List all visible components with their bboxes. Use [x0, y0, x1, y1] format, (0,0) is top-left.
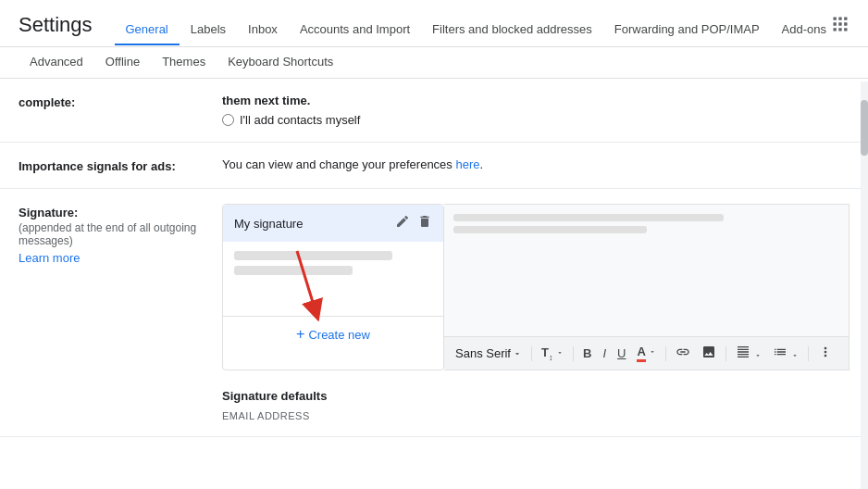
preview-line-2: [234, 266, 353, 275]
font-dropdown-icon: [513, 349, 522, 358]
more-button[interactable]: [814, 343, 837, 364]
italic-button[interactable]: I: [599, 345, 610, 362]
signature-preview: [223, 242, 443, 316]
tab-general[interactable]: General: [115, 15, 180, 45]
create-new-label: Create new: [308, 328, 369, 342]
page-title: Settings: [19, 13, 93, 46]
editor-toolbar: Sans Serif T↕ B I U: [444, 336, 849, 370]
importance-link[interactable]: here: [455, 157, 479, 171]
separator-5: [808, 346, 809, 361]
editor-content[interactable]: [444, 205, 849, 325]
add-contacts-radio[interactable]: [222, 114, 234, 126]
tab-filters[interactable]: Filters and blocked addresses: [421, 15, 603, 45]
preview-line-1: [234, 251, 392, 260]
importance-value: You can view and change your preferences…: [222, 157, 849, 171]
align-button[interactable]: [732, 343, 765, 364]
signature-item[interactable]: My signature: [223, 205, 443, 242]
tab-forwarding[interactable]: Forwarding and POP/IMAP: [603, 15, 771, 45]
signature-list: My signature: [222, 204, 444, 370]
signature-editor[interactable]: Sans Serif T↕ B I U: [444, 204, 849, 370]
complete-row: complete: them next time. I'll add conta…: [0, 79, 868, 143]
signature-value: My signature: [222, 204, 849, 421]
tab-accounts-import[interactable]: Accounts and Import: [289, 15, 421, 45]
signature-item-name: My signature: [234, 217, 303, 231]
tab-keyboard-shortcuts[interactable]: Keyboard Shortcuts: [217, 47, 344, 79]
signature-label: Signature: (appended at the end of all o…: [19, 204, 222, 265]
editor-line-2: [453, 226, 647, 233]
add-contacts-label: I'll add contacts myself: [240, 113, 360, 127]
underline-button[interactable]: U: [614, 345, 629, 362]
signature-defaults-section: Signature defaults EMAIL ADDRESS: [222, 389, 849, 421]
signature-item-icons: [395, 214, 432, 232]
tab-inbox[interactable]: Inbox: [237, 15, 289, 45]
list-dropdown-icon: [791, 352, 799, 359]
tabs-row1: General Labels Inbox Accounts and Import…: [115, 15, 832, 45]
complete-bold-text: them next time.: [222, 94, 849, 107]
bold-button[interactable]: B: [579, 345, 595, 362]
font-size-dropdown-icon: [556, 349, 564, 357]
separator-2: [573, 346, 574, 361]
text-color-button[interactable]: A: [633, 343, 660, 364]
edit-icon[interactable]: [395, 214, 410, 232]
tab-themes[interactable]: Themes: [151, 47, 217, 79]
delete-icon[interactable]: [417, 214, 432, 232]
separator-4: [725, 346, 726, 361]
complete-value: them next time. I'll add contacts myself: [222, 94, 849, 127]
create-new-icon: +: [296, 326, 304, 343]
font-size-button[interactable]: T↕: [538, 344, 567, 364]
email-address-label: EMAIL ADDRESS: [222, 410, 849, 421]
font-name: Sans Serif: [455, 346, 511, 360]
importance-signals-row: Importance signals for ads: You can view…: [0, 143, 868, 189]
image-button[interactable]: [698, 343, 720, 364]
learn-more-link[interactable]: Learn more: [19, 251, 222, 265]
signature-row: Signature: (appended at the end of all o…: [0, 189, 868, 437]
settings-content: complete: them next time. I'll add conta…: [0, 79, 868, 486]
tab-advanced[interactable]: Advanced: [19, 47, 94, 79]
tab-offline[interactable]: Offline: [94, 47, 151, 79]
importance-text: You can view and change your preferences: [222, 157, 455, 171]
importance-label: Importance signals for ads:: [19, 157, 222, 173]
scrollbar[interactable]: [861, 82, 868, 489]
editor-line-1: [453, 214, 724, 221]
link-button[interactable]: [672, 343, 694, 364]
grid-icon[interactable]: [831, 15, 849, 45]
header: Settings General Labels Inbox Accounts a…: [0, 0, 868, 47]
font-select[interactable]: Sans Serif: [452, 345, 526, 362]
separator-3: [665, 346, 666, 361]
tab-labels[interactable]: Labels: [180, 15, 237, 45]
complete-label: complete:: [19, 94, 222, 109]
scrollbar-thumb[interactable]: [861, 100, 868, 156]
separator-1: [531, 346, 532, 361]
align-dropdown-icon: [754, 352, 762, 359]
add-contacts-radio-row: I'll add contacts myself: [222, 113, 849, 127]
signature-container: My signature: [222, 204, 849, 370]
signature-defaults-label: Signature defaults: [222, 389, 849, 403]
tabs-row2: Advanced Offline Themes Keyboard Shortcu…: [0, 47, 868, 79]
create-new-button[interactable]: + Create new: [223, 316, 443, 352]
text-color-dropdown-icon: [649, 348, 656, 356]
tab-addons[interactable]: Add-ons: [771, 15, 831, 45]
signature-sub-label: (appended at the end of all outgoing mes…: [19, 221, 222, 247]
list-button[interactable]: [769, 343, 802, 364]
